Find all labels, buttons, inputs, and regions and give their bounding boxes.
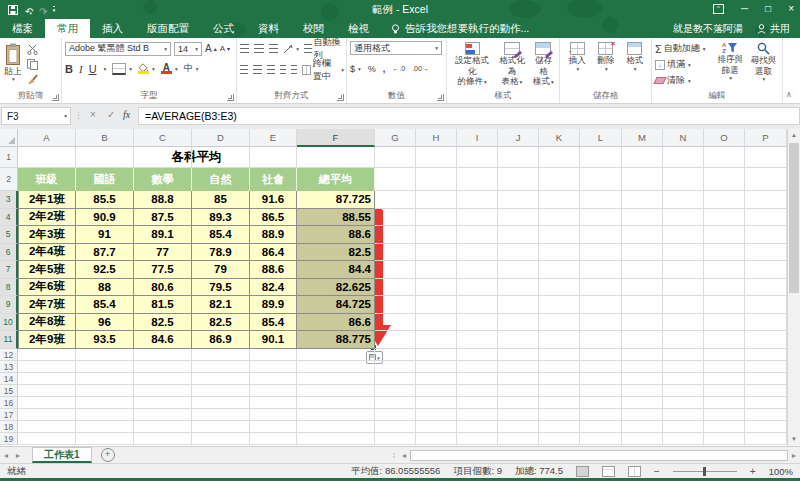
signed-in-user[interactable]: 就是教不落阿湯 bbox=[673, 22, 743, 36]
cell-O6[interactable] bbox=[704, 244, 745, 262]
minimize-button[interactable]: ─ bbox=[741, 2, 748, 16]
cell-L1[interactable] bbox=[580, 147, 622, 168]
cell-I1[interactable] bbox=[457, 147, 498, 168]
column-header-B[interactable]: B bbox=[76, 129, 134, 147]
scroll-up-arrow[interactable]: ▲ bbox=[788, 129, 800, 142]
undo-button[interactable]: ↶▾ bbox=[25, 1, 32, 19]
cell-N15[interactable] bbox=[663, 385, 704, 397]
cell-L6[interactable] bbox=[580, 244, 622, 262]
cell-M6[interactable] bbox=[622, 244, 663, 262]
cell-A17[interactable] bbox=[18, 409, 76, 421]
cell-G7[interactable] bbox=[375, 261, 416, 279]
cell-G16[interactable] bbox=[375, 397, 416, 409]
align-top-button[interactable] bbox=[240, 44, 249, 53]
cell-L19[interactable] bbox=[580, 433, 622, 445]
data-cell-E9[interactable]: 89.9 bbox=[250, 296, 297, 314]
cell-J8[interactable] bbox=[498, 279, 539, 297]
row-header-17[interactable]: 17 bbox=[0, 409, 18, 421]
share-button[interactable]: 共用 bbox=[757, 22, 790, 36]
cell-P18[interactable] bbox=[745, 421, 787, 433]
cell-I17[interactable] bbox=[457, 409, 498, 421]
cell-G10[interactable] bbox=[375, 314, 416, 332]
cell-B15[interactable] bbox=[76, 385, 134, 397]
cell-J7[interactable] bbox=[498, 261, 539, 279]
cell-M16[interactable] bbox=[622, 397, 663, 409]
tell-me-box[interactable]: 告訴我您想要執行的動作... bbox=[391, 19, 529, 38]
row-header-9[interactable]: 9 bbox=[0, 296, 18, 314]
data-cell-F3[interactable]: 87.725 bbox=[297, 191, 375, 209]
column-header-O[interactable]: O bbox=[704, 129, 745, 147]
cell-H11[interactable] bbox=[416, 331, 457, 349]
zoom-out-button[interactable]: − bbox=[654, 466, 660, 477]
vertical-scroll-thumb[interactable] bbox=[789, 143, 799, 293]
cell-H8[interactable] bbox=[416, 279, 457, 297]
cell-O13[interactable] bbox=[704, 361, 745, 373]
cell-D19[interactable] bbox=[192, 433, 250, 445]
cell-O3[interactable] bbox=[704, 191, 745, 209]
cell-M7[interactable] bbox=[622, 261, 663, 279]
data-cell-B4[interactable]: 90.9 bbox=[76, 209, 134, 227]
column-header-D[interactable]: D bbox=[192, 129, 250, 147]
cell-J18[interactable] bbox=[498, 421, 539, 433]
data-cell-F11[interactable]: 88.775 bbox=[297, 331, 375, 349]
cell-K9[interactable] bbox=[539, 296, 580, 314]
normal-view-button[interactable] bbox=[576, 466, 589, 477]
cell-B14[interactable] bbox=[76, 373, 134, 385]
new-sheet-button[interactable]: + bbox=[101, 448, 115, 462]
maximize-button[interactable]: □ bbox=[765, 2, 771, 16]
cell-K11[interactable] bbox=[539, 331, 580, 349]
cell-P8[interactable] bbox=[745, 279, 787, 297]
cell-H14[interactable] bbox=[416, 373, 457, 385]
cell-L10[interactable] bbox=[580, 314, 622, 332]
cell-F18[interactable] bbox=[297, 421, 375, 433]
cell-E18[interactable] bbox=[250, 421, 297, 433]
cell-N16[interactable] bbox=[663, 397, 704, 409]
enter-entry-button[interactable]: ✓ bbox=[107, 109, 115, 120]
cell-L15[interactable] bbox=[580, 385, 622, 397]
cell-L8[interactable] bbox=[580, 279, 622, 297]
data-cell-D7[interactable]: 79 bbox=[192, 261, 250, 279]
table-header-數學[interactable]: 數學 bbox=[134, 168, 192, 191]
data-cell-B10[interactable]: 96 bbox=[76, 314, 134, 332]
row-header-8[interactable]: 8 bbox=[0, 279, 18, 297]
column-header-L[interactable]: L bbox=[580, 129, 622, 147]
cell-K2[interactable] bbox=[539, 168, 580, 191]
cell-C13[interactable] bbox=[134, 361, 192, 373]
align-left-button[interactable] bbox=[240, 65, 248, 74]
data-cell-A4[interactable]: 2年2班 bbox=[18, 209, 76, 227]
align-middle-button[interactable] bbox=[254, 44, 263, 53]
cell-L16[interactable] bbox=[580, 397, 622, 409]
row-header-18[interactable]: 18 bbox=[0, 421, 18, 433]
cell-P17[interactable] bbox=[745, 409, 787, 421]
cell-E12[interactable] bbox=[250, 349, 297, 361]
insert-function-button[interactable]: fx bbox=[123, 109, 130, 120]
cell-A12[interactable] bbox=[18, 349, 76, 361]
cell-K6[interactable] bbox=[539, 244, 580, 262]
data-cell-A6[interactable]: 2年4班 bbox=[18, 244, 76, 262]
sheet-nav-right-icon[interactable]: ▸ bbox=[12, 451, 24, 460]
cell-J14[interactable] bbox=[498, 373, 539, 385]
cell-J1[interactable] bbox=[498, 147, 539, 168]
row-header-15[interactable]: 15 bbox=[0, 385, 18, 397]
cell-B12[interactable] bbox=[76, 349, 134, 361]
cell-N2[interactable] bbox=[663, 168, 704, 191]
format-painter-button[interactable] bbox=[27, 74, 38, 85]
cell-K13[interactable] bbox=[539, 361, 580, 373]
cell-C14[interactable] bbox=[134, 373, 192, 385]
cell-H5[interactable] bbox=[416, 226, 457, 244]
ribbon-display-options-button[interactable]: ^ bbox=[713, 4, 724, 14]
cell-H12[interactable] bbox=[416, 349, 457, 361]
cell-C19[interactable] bbox=[134, 433, 192, 445]
table-header-社會[interactable]: 社會 bbox=[250, 168, 297, 191]
column-header-C[interactable]: C bbox=[134, 129, 192, 147]
orientation-button[interactable]: ▾ bbox=[283, 41, 299, 56]
cell-M8[interactable] bbox=[622, 279, 663, 297]
cell-D1[interactable] bbox=[192, 147, 250, 168]
cell-I8[interactable] bbox=[457, 279, 498, 297]
dialog-launcher-font[interactable] bbox=[227, 94, 234, 101]
cell-I9[interactable] bbox=[457, 296, 498, 314]
column-header-N[interactable]: N bbox=[663, 129, 704, 147]
cell-L14[interactable] bbox=[580, 373, 622, 385]
column-header-J[interactable]: J bbox=[498, 129, 539, 147]
cell-G12[interactable] bbox=[375, 349, 416, 361]
